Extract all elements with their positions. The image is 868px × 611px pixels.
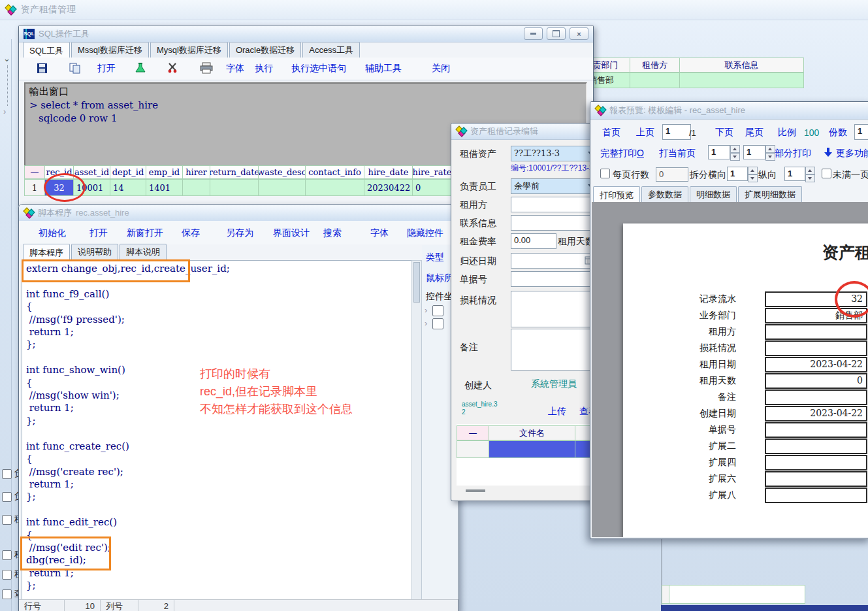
close-button[interactable]: × — [570, 27, 588, 40]
table-cell[interactable]: 14 — [110, 179, 146, 196]
tab-access-tool[interactable]: Access工具 — [302, 42, 360, 58]
column-header[interactable]: hire_date — [364, 165, 413, 179]
column-header[interactable]: hire_rate — [413, 165, 452, 179]
table-cell[interactable]: 0 — [413, 179, 452, 196]
receipt-input[interactable] — [511, 271, 596, 287]
tab-mssql-migrate[interactable]: Mssql数据库迁移 — [71, 42, 149, 58]
aux-tools-button[interactable]: 辅助工具 — [365, 63, 402, 74]
tree-checkbox[interactable] — [432, 318, 443, 329]
open-new-window-button[interactable]: 新窗打开 — [127, 227, 163, 239]
font-button[interactable]: 字体 — [226, 63, 244, 74]
type-link[interactable]: 类型 — [426, 252, 444, 263]
split-vertical-value[interactable]: 1 — [784, 167, 805, 181]
print-current-page-button[interactable]: 打当前页 — [659, 148, 696, 159]
scrollbar-thumb[interactable] — [413, 262, 420, 303]
open-button[interactable]: 打开 — [97, 63, 116, 74]
next-page-button[interactable]: 下页 — [715, 127, 733, 139]
init-button[interactable]: 初始化 — [39, 227, 66, 239]
split-horizontal-spinner[interactable]: 1 — [727, 167, 756, 183]
bg-form-input[interactable] — [669, 585, 805, 604]
main-window-titlebar[interactable]: 资产租借管理 — [0, 0, 868, 20]
renter-input[interactable] — [511, 197, 596, 212]
file-row-number-cell[interactable] — [457, 440, 489, 458]
more-functions-down-arrow-icon[interactable] — [824, 147, 833, 157]
column-header[interactable]: waste_desc — [259, 165, 306, 179]
rows-per-page-checkbox[interactable] — [600, 169, 610, 178]
table-cell[interactable] — [183, 179, 210, 196]
splitter-handle[interactable] — [466, 489, 485, 492]
table-cell[interactable]: 20230422 — [364, 179, 413, 196]
file-name-cell-selected[interactable] — [489, 440, 575, 458]
tree-checkbox[interactable] — [432, 305, 443, 316]
checkbox-icon[interactable] — [2, 550, 12, 560]
open-button[interactable]: 打开 — [89, 227, 108, 239]
save-button[interactable]: 保存 — [182, 227, 200, 239]
first-page-button[interactable]: 首页 — [602, 127, 620, 139]
row-number-cell[interactable]: 1 — [24, 179, 45, 196]
column-header[interactable]: hirer — [183, 165, 210, 179]
rate-input[interactable]: 0.00 — [511, 233, 556, 249]
column-header[interactable]: dept_id — [110, 165, 146, 179]
close-tool-button[interactable]: 关闭 — [432, 63, 450, 74]
tab-print-preview[interactable]: 打印预览 — [593, 186, 640, 203]
save-icon[interactable] — [37, 63, 48, 74]
bg-table-cell[interactable] — [680, 73, 804, 88]
print-from-value[interactable]: 1 — [708, 145, 730, 159]
employee-combo[interactable]: 余學前 — [511, 178, 596, 194]
column-header[interactable]: contact_info — [306, 165, 364, 179]
table-cell[interactable] — [259, 179, 306, 196]
hide-controls-button[interactable]: 隐藏控件 — [407, 227, 443, 239]
bg-table-data-row[interactable]: 銷售部 — [572, 73, 804, 88]
checkbox-icon[interactable] — [2, 492, 12, 502]
prev-page-button[interactable]: 上页 — [636, 127, 654, 139]
spinner-arrows-icon[interactable] — [805, 167, 814, 181]
split-horizontal-value[interactable]: 1 — [727, 167, 748, 181]
tree-expand-chevron-icon[interactable]: › — [425, 305, 443, 316]
table-cell[interactable]: 1401 — [146, 179, 183, 196]
not-full-page-checkbox[interactable] — [822, 169, 831, 178]
tab-help[interactable]: 说明帮助 — [71, 244, 118, 259]
asset-combo[interactable]: ??工??13-3 — [511, 146, 596, 161]
checkbox-icon[interactable] — [2, 570, 12, 580]
checkbox-icon[interactable] — [2, 515, 12, 525]
print-to-spinner[interactable]: 1 — [743, 145, 774, 161]
bg-table-cell[interactable] — [630, 73, 680, 88]
tab-parameter-data[interactable]: 参数数据 — [641, 186, 688, 202]
collapse-up-chevron-icon[interactable]: ⌄ — [3, 54, 10, 63]
printer-icon[interactable] — [200, 62, 213, 74]
code-scrollbar[interactable] — [411, 260, 422, 600]
collapse-right-chevron-icon[interactable]: › — [3, 107, 6, 116]
copies-input[interactable]: 1 — [854, 124, 868, 140]
tree-expand-chevron-icon[interactable]: › — [425, 318, 443, 329]
ui-design-button[interactable]: 界面设计 — [273, 227, 310, 239]
contact-input[interactable] — [511, 215, 596, 231]
table-cell[interactable] — [306, 179, 364, 196]
flask-icon[interactable] — [135, 62, 146, 74]
more-functions-button[interactable]: 更多功能 — [836, 148, 868, 159]
file-table-selected-row[interactable] — [457, 440, 599, 458]
checkbox-icon[interactable] — [2, 589, 12, 599]
cut-icon[interactable] — [167, 62, 179, 74]
tab-script[interactable]: 脚本程序 — [23, 244, 70, 260]
page-number-input[interactable]: 1 — [662, 124, 691, 140]
spinner-arrows-icon[interactable] — [730, 145, 739, 159]
preview-surface[interactable]: 资产租借 记录流水 32 业务部门 銷售部 租用方 损耗情况 租用日期 2023… — [592, 202, 868, 537]
full-print-button[interactable]: 完整打印O — [600, 148, 644, 159]
checkbox-icon[interactable] — [2, 469, 12, 479]
split-vertical-spinner[interactable]: 1 — [784, 167, 814, 183]
file-name-header[interactable]: 文件名 — [489, 425, 575, 440]
table-cell[interactable] — [210, 179, 259, 196]
edit-window-titlebar[interactable]: 资产租借记录编辑 — [451, 124, 598, 140]
tab-sql-tool[interactable]: SQL工具 — [23, 42, 70, 58]
print-to-value[interactable]: 1 — [743, 145, 765, 159]
maximize-button[interactable] — [547, 27, 566, 40]
tab-detail-data[interactable]: 明细数据 — [690, 186, 737, 202]
print-from-spinner[interactable]: 1 — [708, 145, 739, 161]
column-header[interactable]: emp_id — [146, 165, 183, 179]
mouse-pos-link[interactable]: 鼠标所 — [426, 272, 453, 284]
column-header[interactable]: return_date — [210, 165, 259, 179]
run-button[interactable]: 执行 — [255, 63, 273, 74]
run-selected-button[interactable]: 执行选中语句 — [291, 63, 346, 74]
tab-oracle-migrate[interactable]: Oracle数据迁移 — [229, 42, 301, 58]
upload-button[interactable]: 上传 — [548, 406, 566, 418]
